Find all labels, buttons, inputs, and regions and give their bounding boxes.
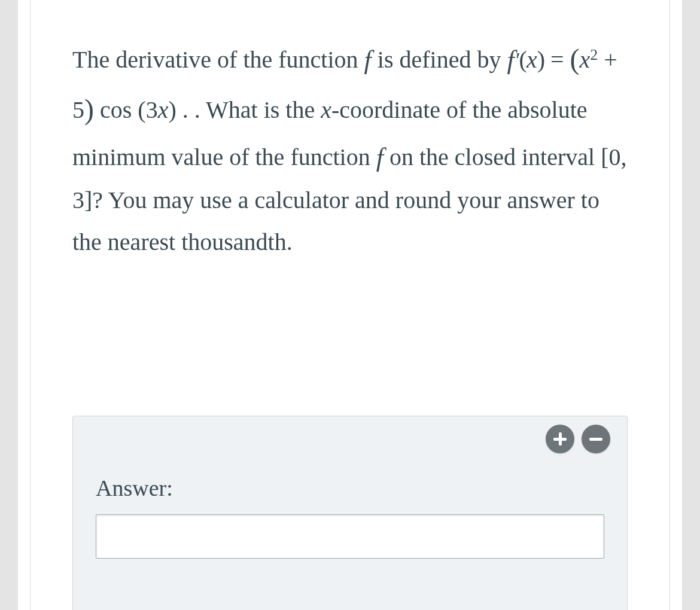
minus-icon — [589, 432, 602, 446]
math-x-2: x — [580, 46, 591, 73]
math-equals: = — [550, 46, 570, 73]
question-text: The derivative of the function f is defi… — [72, 33, 628, 263]
math-squared: 2 — [590, 46, 598, 63]
answer-input[interactable] — [96, 514, 604, 559]
math-period: . — [176, 96, 188, 123]
question-part-5: on the closed interval — [384, 144, 601, 170]
remove-button[interactable] — [582, 425, 610, 453]
math-prime: ′ — [515, 48, 519, 72]
math-big-open-paren: ( — [570, 43, 580, 75]
plus-icon — [553, 432, 567, 446]
add-button[interactable] — [546, 425, 574, 453]
answer-controls — [546, 425, 610, 453]
answer-label: Answer: — [96, 475, 604, 501]
question-card: The derivative of the function f is defi… — [30, 0, 670, 610]
page-edge-right — [682, 0, 700, 610]
answer-panel: Answer: — [72, 416, 628, 610]
question-part-2: is defined by — [372, 46, 507, 73]
math-f: f — [507, 45, 514, 75]
math-f-symbol-1: f — [364, 45, 372, 75]
question-part-6: ? You may use a calculator and round you… — [72, 187, 599, 255]
math-cos-open: ( — [138, 96, 145, 123]
math-big-close-paren: ) — [84, 93, 94, 125]
page-edge-left — [0, 0, 18, 610]
math-f-symbol-2: f — [376, 143, 384, 172]
math-cos-close: ) — [168, 96, 176, 123]
math-x-1: x — [526, 46, 537, 73]
math-fprime-lhs: f′(x) — [507, 46, 544, 73]
math-open-paren-1: ( — [519, 46, 526, 73]
math-cos: cos — [100, 96, 138, 123]
question-part-1: The derivative of the function — [72, 46, 364, 73]
math-cos-text: cos — [100, 96, 132, 123]
question-part-3: . What is the — [194, 96, 321, 123]
math-x-3: x — [158, 96, 169, 123]
math-close-paren-1: ) — [537, 46, 544, 73]
math-three: 3 — [146, 96, 158, 123]
page-frame: The derivative of the function f is defi… — [0, 0, 700, 610]
math-x-coordinate: x — [321, 96, 331, 123]
